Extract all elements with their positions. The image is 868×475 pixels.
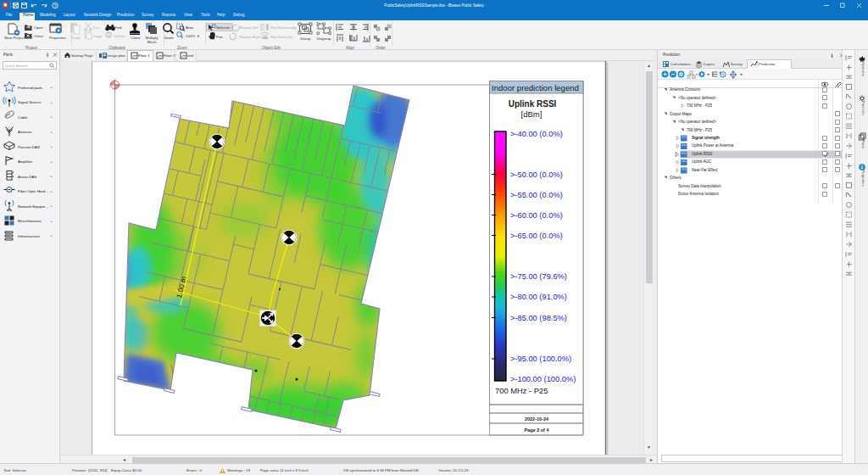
svg-text:>-80.00 (91.0%): >-80.00 (91.0%): [510, 293, 567, 301]
svg-text:>-85.00 (98.5%): >-85.00 (98.5%): [510, 314, 567, 322]
svg-text:>-75.00 (79.6%): >-75.00 (79.6%): [510, 272, 567, 281]
svg-text:>-95.00 (100.0%): >-95.00 (100.0%): [510, 355, 571, 363]
svg-text:?: ?: [54, 3, 57, 8]
svg-text:>-65.00 (0.0%): >-65.00 (0.0%): [510, 232, 563, 240]
svg-text:>-60.00 (0.0%): >-60.00 (0.0%): [510, 211, 563, 220]
svg-text:Page 2 of 4: Page 2 of 4: [524, 428, 549, 433]
svg-text:700 MHz - P25: 700 MHz - P25: [495, 386, 548, 395]
svg-text:>-40.00 (0.0%): >-40.00 (0.0%): [510, 130, 563, 138]
svg-text:Uplink RSSI: Uplink RSSI: [509, 99, 557, 109]
svg-text:Indoor prediction legend: Indoor prediction legend: [492, 83, 579, 92]
svg-text:>-100.00 (100.0%): >-100.00 (100.0%): [510, 375, 576, 383]
svg-text:>-50.00 (0.0%): >-50.00 (0.0%): [510, 170, 563, 179]
svg-text:2022-10-24: 2022-10-24: [525, 416, 549, 422]
svg-text:[dBm]: [dBm]: [521, 109, 542, 119]
svg-text:>-55.00 (0.0%): >-55.00 (0.0%): [510, 191, 563, 199]
